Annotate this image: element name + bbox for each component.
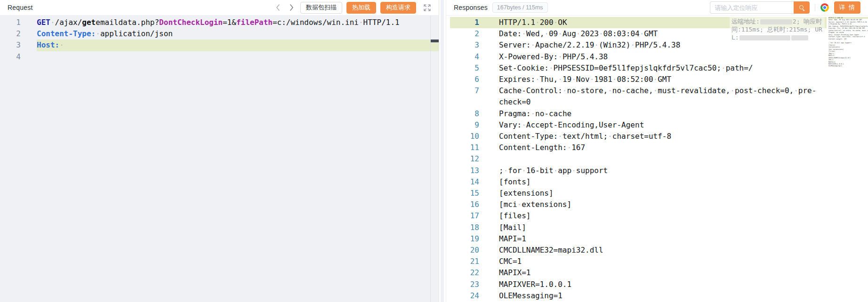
whitespace-dot: ·​ [558,29,563,38]
detail-button[interactable]: 详 情 [834,1,860,14]
whitespace-dot: ·​ [599,29,603,38]
locate-response-input[interactable] [710,1,794,14]
whitespace-dot: ·​ [558,75,563,84]
whitespace-dot: ·​ [730,86,735,95]
whitespace-dot: ·​ [517,200,522,209]
line-number: 2 [0,28,21,40]
minimap[interactable]: HTTP/1.1 200 OKDate: Wed, 09 Aug 2023 08… [827,17,868,302]
redaction-block [791,35,808,40]
response-line[interactable]: 21CMC=1 [450,256,827,267]
whitespace-dot: ·​ [576,29,581,38]
whitespace-dot: ·​ [612,75,617,84]
line-number: 23 [450,279,479,290]
request-line[interactable]: 3Host:· [0,40,439,51]
whitespace-dot: ·​ [721,64,726,72]
line-number: 3 [0,40,21,51]
whitespace-dot: ·​ [522,29,526,38]
token-ws: · [59,40,64,49]
whitespace-dot: ·​ [535,18,540,27]
response-line[interactable]: 15[extensions] [450,188,827,199]
code-line: [mci·​extensions] [479,199,827,210]
whitespace-dot: ·​ [640,29,644,38]
whitespace-dot: ·​ [558,132,563,141]
whitespace-dot: ·​ [563,86,567,95]
fullscreen-icon[interactable] [423,4,431,12]
panel-divider[interactable] [439,0,446,302]
response-line[interactable]: 7Cache-Control:·​no-store,·​no-cache,·​m… [450,85,827,108]
response-editor[interactable]: 1HTTP/1.1·​200·​OK2Date:·​Wed,·​09·​Aug·… [446,16,868,302]
whitespace-dot: ·​ [530,40,535,49]
token-plain: application/json [100,29,173,38]
whitespace-dot: ·​ [630,40,635,49]
token-plain: =c:/windows/win.ini [273,18,359,27]
response-line[interactable]: 19MAPI=1 [450,233,827,245]
code-line: X-Powered-By:·​PHP/5.4.38 [479,51,827,63]
code-line: CMCDLLNAME32=mapi32.dll [479,245,827,256]
code-line: Cache-Control:·​no-store,·​no-cache,·​mu… [479,85,827,108]
search-button[interactable] [794,1,810,14]
hot-reload-button[interactable]: 热加载 [346,2,376,14]
response-line[interactable]: 4X-Powered-By:·​PHP/5.4.38 [450,51,827,63]
whitespace-dot: ·​ [554,166,558,175]
code-line: GET·/ajax/getemaildata.php?DontCheckLogi… [37,17,439,28]
response-line[interactable]: 24OLEMessaging=1 [450,290,827,302]
whitespace-dot: ·​ [544,29,549,38]
whitespace-dot: ·​ [590,75,595,84]
response-line[interactable]: 11Content-Length:·​167 [450,142,827,153]
line-number: 6 [450,74,479,85]
token-bold: get [82,18,96,27]
response-line[interactable]: 5Set-Cookie:·​PHPSESSID=0ef5l1fepjslqkfd… [450,63,827,74]
response-line[interactable]: 10Content-Type:·​text/html;·​charset=utf… [450,131,827,142]
next-packet-button[interactable] [287,3,296,12]
line-number: 14 [450,176,479,188]
whitespace-dot: ·​ [522,120,526,129]
response-line[interactable]: 6Expires:·​Thu,·​19·​Nov·​1981·​08:52:00… [450,74,827,85]
token-ws: · [359,18,363,27]
response-meta-overlay: 远端地址:2; 响应时间:115ms; 总耗时:215ms; URL: [730,17,825,42]
request-editor[interactable]: 1GET·/ajax/getemaildata.php?DontCheckLog… [0,16,439,302]
response-line[interactable]: 12 [450,153,827,165]
search-icon [799,5,805,11]
token-param: filePath [236,18,273,27]
code-line: OLEMessaging=1 [479,290,827,302]
response-line[interactable]: 17[files] [450,210,827,222]
code-line: Host:· [37,40,439,51]
code-line: CMC=1 [479,256,827,267]
line-number: 11 [450,142,479,153]
response-line[interactable]: 18[Mail] [450,222,827,233]
response-panel: Responses 167bytes / 115ms 详 情 1HTTP/1.1… [446,0,868,302]
construct-request-button[interactable]: 构造请求 [380,2,416,14]
prev-packet-button[interactable] [273,3,282,12]
response-line[interactable]: 23MAPIXVER=1.0.0.1 [450,279,827,290]
request-line[interactable]: 2Content-Type:·application/json [0,28,439,40]
token-param: DontCheckLogin [159,18,223,27]
request-title: Request [8,4,33,11]
response-line[interactable]: 22MAPIX=1 [450,267,827,278]
overview-ruler[interactable] [430,16,439,302]
line-number: 4 [0,51,21,63]
size-time-badge: 167bytes / 115ms [492,2,548,13]
request-line[interactable]: 1GET·/ajax/getemaildata.php?DontCheckLog… [0,17,439,28]
code-line: Expires:·​Thu,·​19·​Nov·​1981·​08:52:00·… [479,74,827,85]
locate-response-search [710,1,810,14]
request-line[interactable]: 4 [0,51,439,63]
code-line: MAPIXVER=1.0.0.1 [479,279,827,290]
response-line[interactable]: 9Vary:·​Accept-Encoding,User-Agent [450,119,827,131]
packet-scan-button[interactable]: 数据包扫描 [300,2,342,14]
code-line: Content-Type:·​text/html;·​charset=utf-8 [479,131,827,142]
line-number: 18 [450,222,479,233]
response-line[interactable]: 20CMCDLLNAME32=mapi32.dll [450,245,827,256]
code-line: Set-Cookie:·​PHPSESSID=0ef5l1fepjslqkfdr… [479,63,827,74]
response-lines: 1HTTP/1.1·​200·​OK2Date:·​Wed,·​09·​Aug·… [446,17,868,302]
token-hkey: Content-Type: [37,29,96,38]
response-line[interactable]: 13;·​for·​16-bit·​app·​support [450,165,827,176]
whitespace-dot: ·​ [653,75,658,84]
code-line: Content-Type:·application/json [37,28,439,40]
response-line[interactable]: 8Pragma:·​no-cache [450,108,827,119]
chrome-browser-icon[interactable] [820,3,829,12]
request-panel: Request 数据包扫描 热加载 构造请求 [0,0,439,302]
code-line: MAPIX=1 [479,267,827,278]
response-line[interactable]: 16[mci·​extensions] [450,199,827,210]
line-number: 7 [450,85,479,108]
response-line[interactable]: 14[fonts] [450,176,827,188]
